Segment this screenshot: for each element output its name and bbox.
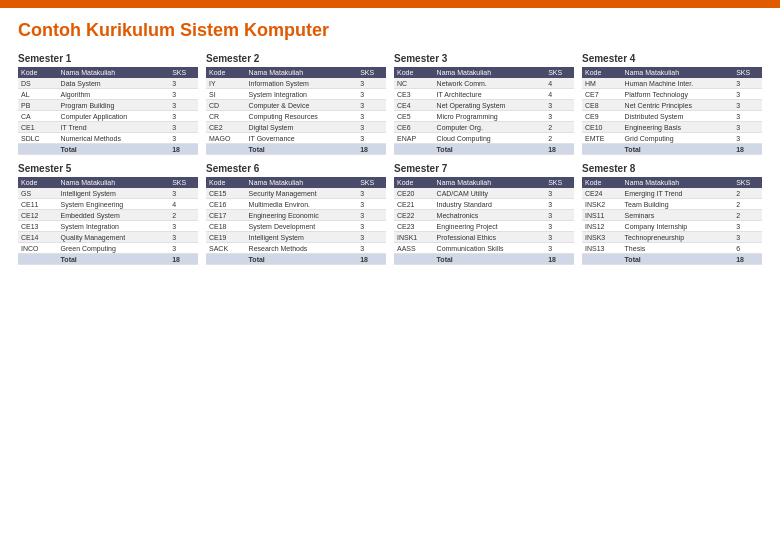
table-cell: Distributed System xyxy=(622,111,734,122)
semester-table: KodeNama MatakuliahSKSCE20CAD/CAM Utilit… xyxy=(394,177,574,265)
table-header: Nama Matakuliah xyxy=(246,177,358,188)
table-cell: 3 xyxy=(545,100,574,111)
table-cell: IY xyxy=(206,78,246,89)
table-row: Total18 xyxy=(394,144,574,155)
semester-title: Semester 1 xyxy=(18,53,198,64)
table-cell: IT Architecture xyxy=(434,89,546,100)
semester-table: KodeNama MatakuliahSKSDSData System3ALAl… xyxy=(18,67,198,155)
table-row: CE19Intelligent System3 xyxy=(206,232,386,243)
table-cell: CD xyxy=(206,100,246,111)
table-header: Kode xyxy=(18,177,58,188)
table-cell: 3 xyxy=(169,243,198,254)
table-row: CE1IT Trend3 xyxy=(18,122,198,133)
table-row: CE14Quality Management3 xyxy=(18,232,198,243)
table-cell: Total xyxy=(622,254,734,265)
title-prefix: Contoh Kurikulum xyxy=(18,20,180,40)
table-cell: 3 xyxy=(169,78,198,89)
table-cell: Seminars xyxy=(622,210,734,221)
table-row: CE20CAD/CAM Utility3 xyxy=(394,188,574,199)
table-row: CE24Emerging IT Trend2 xyxy=(582,188,762,199)
table-row: Total18 xyxy=(394,254,574,265)
table-cell: MAGO xyxy=(206,133,246,144)
table-cell: Algorithm xyxy=(58,89,170,100)
table-row: CE21Industry Standard3 xyxy=(394,199,574,210)
table-header: Nama Matakuliah xyxy=(434,177,546,188)
table-header: Kode xyxy=(206,177,246,188)
table-row: Total18 xyxy=(18,254,198,265)
table-cell: Total xyxy=(622,144,734,155)
table-cell: Research Methods xyxy=(246,243,358,254)
table-cell: 3 xyxy=(357,232,386,243)
table-cell: CE12 xyxy=(18,210,58,221)
table-cell: AL xyxy=(18,89,58,100)
table-row: CE3IT Architecture4 xyxy=(394,89,574,100)
table-header: SKS xyxy=(357,177,386,188)
table-cell: Embedded System xyxy=(58,210,170,221)
table-cell: SI xyxy=(206,89,246,100)
table-row: CE23Engineering Project3 xyxy=(394,221,574,232)
table-cell: 3 xyxy=(169,111,198,122)
table-cell: System Integration xyxy=(58,221,170,232)
table-cell: 3 xyxy=(357,133,386,144)
table-cell: INSK3 xyxy=(582,232,622,243)
table-cell: CR xyxy=(206,111,246,122)
table-cell: CE1 xyxy=(18,122,58,133)
table-cell xyxy=(582,254,622,265)
table-cell: SDLC xyxy=(18,133,58,144)
table-row: CE18System Development3 xyxy=(206,221,386,232)
table-cell: Computer Application xyxy=(58,111,170,122)
table-row: SISystem Integration3 xyxy=(206,89,386,100)
table-cell: CE19 xyxy=(206,232,246,243)
top-bar xyxy=(0,0,780,8)
table-row: INSK3Technopreneurship3 xyxy=(582,232,762,243)
table-cell: CE14 xyxy=(18,232,58,243)
table-cell: CE20 xyxy=(394,188,434,199)
table-cell: 2 xyxy=(733,199,762,210)
table-cell: Platform Technology xyxy=(622,89,734,100)
table-cell: 3 xyxy=(733,89,762,100)
table-cell: Engineering Economic xyxy=(246,210,358,221)
table-cell xyxy=(582,144,622,155)
table-cell: 18 xyxy=(545,144,574,155)
table-cell: Computer & Device xyxy=(246,100,358,111)
table-header: SKS xyxy=(733,177,762,188)
table-cell: Human Machine Inter. xyxy=(622,78,734,89)
table-cell xyxy=(206,144,246,155)
table-row: CRComputing Resources3 xyxy=(206,111,386,122)
table-cell: INSK2 xyxy=(582,199,622,210)
table-row: DSData System3 xyxy=(18,78,198,89)
semester-table: KodeNama MatakuliahSKSNCNetwork Comm.4CE… xyxy=(394,67,574,155)
table-cell: CE10 xyxy=(582,122,622,133)
table-row: PBProgram Building3 xyxy=(18,100,198,111)
table-cell: System Engineering xyxy=(58,199,170,210)
semester-block: Semester 6KodeNama MatakuliahSKSCE15Secu… xyxy=(206,163,386,265)
semester-title: Semester 4 xyxy=(582,53,762,64)
table-cell: 3 xyxy=(169,100,198,111)
table-cell: 3 xyxy=(545,232,574,243)
table-row: Total18 xyxy=(582,144,762,155)
table-cell: 3 xyxy=(545,199,574,210)
table-row: Total18 xyxy=(582,254,762,265)
table-header: Nama Matakuliah xyxy=(434,67,546,78)
table-cell xyxy=(206,254,246,265)
table-cell: Mechatronics xyxy=(434,210,546,221)
table-cell: CE16 xyxy=(206,199,246,210)
table-cell: 18 xyxy=(169,254,198,265)
table-row: GSIntelligent System3 xyxy=(18,188,198,199)
table-header: SKS xyxy=(545,177,574,188)
table-cell: Computing Resources xyxy=(246,111,358,122)
table-cell: 4 xyxy=(545,89,574,100)
semester-title: Semester 2 xyxy=(206,53,386,64)
table-row: Total18 xyxy=(206,254,386,265)
table-cell: System Integration xyxy=(246,89,358,100)
table-cell: 3 xyxy=(733,122,762,133)
table-row: CDComputer & Device3 xyxy=(206,100,386,111)
semester-block: Semester 2KodeNama MatakuliahSKSIYInform… xyxy=(206,53,386,155)
semester-title: Semester 3 xyxy=(394,53,574,64)
table-cell: CE18 xyxy=(206,221,246,232)
table-cell: CE4 xyxy=(394,100,434,111)
table-cell: Emerging IT Trend xyxy=(622,188,734,199)
table-cell: 3 xyxy=(733,221,762,232)
table-cell: 3 xyxy=(545,188,574,199)
table-cell: CE23 xyxy=(394,221,434,232)
